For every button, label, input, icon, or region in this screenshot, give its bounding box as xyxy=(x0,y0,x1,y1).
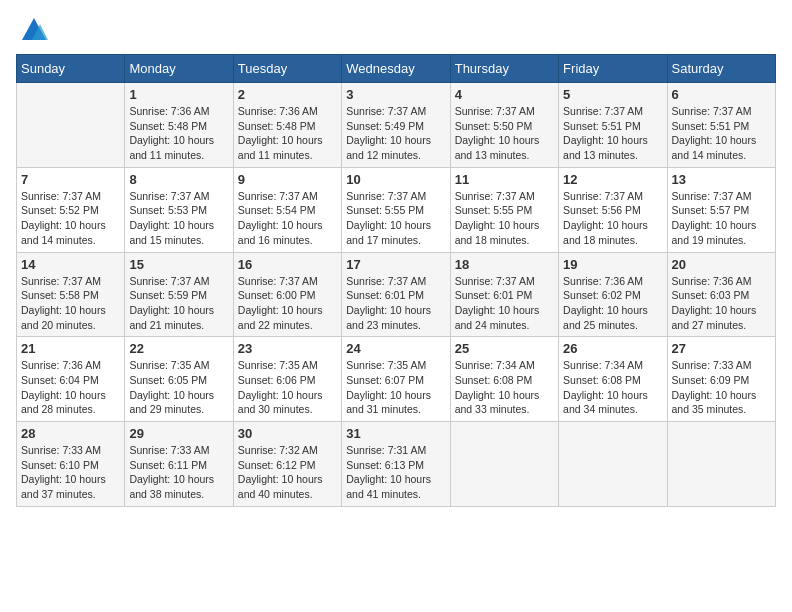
week-row-5: 28Sunrise: 7:33 AMSunset: 6:10 PMDayligh… xyxy=(17,422,776,507)
day-number: 27 xyxy=(672,341,771,356)
calendar-cell: 11Sunrise: 7:37 AMSunset: 5:55 PMDayligh… xyxy=(450,167,558,252)
day-info: Sunrise: 7:33 AMSunset: 6:11 PMDaylight:… xyxy=(129,443,228,502)
calendar-cell: 16Sunrise: 7:37 AMSunset: 6:00 PMDayligh… xyxy=(233,252,341,337)
calendar-cell: 23Sunrise: 7:35 AMSunset: 6:06 PMDayligh… xyxy=(233,337,341,422)
day-number: 7 xyxy=(21,172,120,187)
day-number: 6 xyxy=(672,87,771,102)
calendar-cell: 28Sunrise: 7:33 AMSunset: 6:10 PMDayligh… xyxy=(17,422,125,507)
calendar-cell: 4Sunrise: 7:37 AMSunset: 5:50 PMDaylight… xyxy=(450,83,558,168)
day-info: Sunrise: 7:33 AMSunset: 6:10 PMDaylight:… xyxy=(21,443,120,502)
calendar-cell: 26Sunrise: 7:34 AMSunset: 6:08 PMDayligh… xyxy=(559,337,667,422)
day-number: 9 xyxy=(238,172,337,187)
page-header xyxy=(16,16,776,44)
day-number: 5 xyxy=(563,87,662,102)
header-day-sunday: Sunday xyxy=(17,55,125,83)
day-info: Sunrise: 7:37 AMSunset: 5:57 PMDaylight:… xyxy=(672,189,771,248)
day-number: 25 xyxy=(455,341,554,356)
calendar-cell: 19Sunrise: 7:36 AMSunset: 6:02 PMDayligh… xyxy=(559,252,667,337)
day-info: Sunrise: 7:36 AMSunset: 5:48 PMDaylight:… xyxy=(238,104,337,163)
calendar-cell xyxy=(667,422,775,507)
logo xyxy=(16,16,48,44)
day-info: Sunrise: 7:37 AMSunset: 5:59 PMDaylight:… xyxy=(129,274,228,333)
day-info: Sunrise: 7:37 AMSunset: 6:00 PMDaylight:… xyxy=(238,274,337,333)
day-number: 2 xyxy=(238,87,337,102)
calendar-cell: 31Sunrise: 7:31 AMSunset: 6:13 PMDayligh… xyxy=(342,422,450,507)
day-number: 26 xyxy=(563,341,662,356)
day-info: Sunrise: 7:37 AMSunset: 5:55 PMDaylight:… xyxy=(346,189,445,248)
header-day-tuesday: Tuesday xyxy=(233,55,341,83)
calendar-body: 1Sunrise: 7:36 AMSunset: 5:48 PMDaylight… xyxy=(17,83,776,507)
calendar-cell: 20Sunrise: 7:36 AMSunset: 6:03 PMDayligh… xyxy=(667,252,775,337)
header-day-saturday: Saturday xyxy=(667,55,775,83)
calendar-cell: 7Sunrise: 7:37 AMSunset: 5:52 PMDaylight… xyxy=(17,167,125,252)
day-number: 13 xyxy=(672,172,771,187)
day-info: Sunrise: 7:37 AMSunset: 5:54 PMDaylight:… xyxy=(238,189,337,248)
calendar-cell: 25Sunrise: 7:34 AMSunset: 6:08 PMDayligh… xyxy=(450,337,558,422)
calendar-cell xyxy=(559,422,667,507)
week-row-2: 7Sunrise: 7:37 AMSunset: 5:52 PMDaylight… xyxy=(17,167,776,252)
day-info: Sunrise: 7:37 AMSunset: 5:52 PMDaylight:… xyxy=(21,189,120,248)
day-number: 17 xyxy=(346,257,445,272)
week-row-1: 1Sunrise: 7:36 AMSunset: 5:48 PMDaylight… xyxy=(17,83,776,168)
day-info: Sunrise: 7:35 AMSunset: 6:06 PMDaylight:… xyxy=(238,358,337,417)
day-info: Sunrise: 7:36 AMSunset: 6:04 PMDaylight:… xyxy=(21,358,120,417)
day-info: Sunrise: 7:37 AMSunset: 5:58 PMDaylight:… xyxy=(21,274,120,333)
day-number: 28 xyxy=(21,426,120,441)
day-info: Sunrise: 7:37 AMSunset: 5:51 PMDaylight:… xyxy=(563,104,662,163)
calendar-cell: 30Sunrise: 7:32 AMSunset: 6:12 PMDayligh… xyxy=(233,422,341,507)
week-row-3: 14Sunrise: 7:37 AMSunset: 5:58 PMDayligh… xyxy=(17,252,776,337)
day-number: 22 xyxy=(129,341,228,356)
day-number: 19 xyxy=(563,257,662,272)
calendar-cell: 24Sunrise: 7:35 AMSunset: 6:07 PMDayligh… xyxy=(342,337,450,422)
day-number: 3 xyxy=(346,87,445,102)
calendar-cell: 27Sunrise: 7:33 AMSunset: 6:09 PMDayligh… xyxy=(667,337,775,422)
calendar-cell xyxy=(17,83,125,168)
day-info: Sunrise: 7:37 AMSunset: 5:51 PMDaylight:… xyxy=(672,104,771,163)
calendar-cell: 14Sunrise: 7:37 AMSunset: 5:58 PMDayligh… xyxy=(17,252,125,337)
day-info: Sunrise: 7:34 AMSunset: 6:08 PMDaylight:… xyxy=(455,358,554,417)
day-info: Sunrise: 7:37 AMSunset: 5:50 PMDaylight:… xyxy=(455,104,554,163)
day-number: 21 xyxy=(21,341,120,356)
calendar-cell xyxy=(450,422,558,507)
calendar-cell: 17Sunrise: 7:37 AMSunset: 6:01 PMDayligh… xyxy=(342,252,450,337)
day-info: Sunrise: 7:32 AMSunset: 6:12 PMDaylight:… xyxy=(238,443,337,502)
day-number: 11 xyxy=(455,172,554,187)
day-number: 16 xyxy=(238,257,337,272)
calendar-table: SundayMondayTuesdayWednesdayThursdayFrid… xyxy=(16,54,776,507)
calendar-cell: 3Sunrise: 7:37 AMSunset: 5:49 PMDaylight… xyxy=(342,83,450,168)
day-info: Sunrise: 7:37 AMSunset: 6:01 PMDaylight:… xyxy=(455,274,554,333)
day-number: 20 xyxy=(672,257,771,272)
day-info: Sunrise: 7:31 AMSunset: 6:13 PMDaylight:… xyxy=(346,443,445,502)
day-info: Sunrise: 7:37 AMSunset: 5:55 PMDaylight:… xyxy=(455,189,554,248)
day-info: Sunrise: 7:37 AMSunset: 5:56 PMDaylight:… xyxy=(563,189,662,248)
calendar-cell: 29Sunrise: 7:33 AMSunset: 6:11 PMDayligh… xyxy=(125,422,233,507)
day-number: 30 xyxy=(238,426,337,441)
day-number: 10 xyxy=(346,172,445,187)
day-info: Sunrise: 7:36 AMSunset: 6:02 PMDaylight:… xyxy=(563,274,662,333)
day-info: Sunrise: 7:33 AMSunset: 6:09 PMDaylight:… xyxy=(672,358,771,417)
day-number: 23 xyxy=(238,341,337,356)
day-info: Sunrise: 7:36 AMSunset: 6:03 PMDaylight:… xyxy=(672,274,771,333)
day-info: Sunrise: 7:37 AMSunset: 6:01 PMDaylight:… xyxy=(346,274,445,333)
calendar-cell: 21Sunrise: 7:36 AMSunset: 6:04 PMDayligh… xyxy=(17,337,125,422)
day-number: 1 xyxy=(129,87,228,102)
day-number: 12 xyxy=(563,172,662,187)
day-info: Sunrise: 7:36 AMSunset: 5:48 PMDaylight:… xyxy=(129,104,228,163)
calendar-cell: 18Sunrise: 7:37 AMSunset: 6:01 PMDayligh… xyxy=(450,252,558,337)
day-number: 24 xyxy=(346,341,445,356)
calendar-cell: 10Sunrise: 7:37 AMSunset: 5:55 PMDayligh… xyxy=(342,167,450,252)
calendar-cell: 8Sunrise: 7:37 AMSunset: 5:53 PMDaylight… xyxy=(125,167,233,252)
logo-icon xyxy=(20,16,48,44)
header-day-monday: Monday xyxy=(125,55,233,83)
day-number: 31 xyxy=(346,426,445,441)
calendar-cell: 12Sunrise: 7:37 AMSunset: 5:56 PMDayligh… xyxy=(559,167,667,252)
day-info: Sunrise: 7:35 AMSunset: 6:05 PMDaylight:… xyxy=(129,358,228,417)
calendar-cell: 6Sunrise: 7:37 AMSunset: 5:51 PMDaylight… xyxy=(667,83,775,168)
calendar-cell: 5Sunrise: 7:37 AMSunset: 5:51 PMDaylight… xyxy=(559,83,667,168)
calendar-cell: 13Sunrise: 7:37 AMSunset: 5:57 PMDayligh… xyxy=(667,167,775,252)
day-number: 15 xyxy=(129,257,228,272)
calendar-header: SundayMondayTuesdayWednesdayThursdayFrid… xyxy=(17,55,776,83)
header-row: SundayMondayTuesdayWednesdayThursdayFrid… xyxy=(17,55,776,83)
calendar-cell: 9Sunrise: 7:37 AMSunset: 5:54 PMDaylight… xyxy=(233,167,341,252)
calendar-cell: 22Sunrise: 7:35 AMSunset: 6:05 PMDayligh… xyxy=(125,337,233,422)
